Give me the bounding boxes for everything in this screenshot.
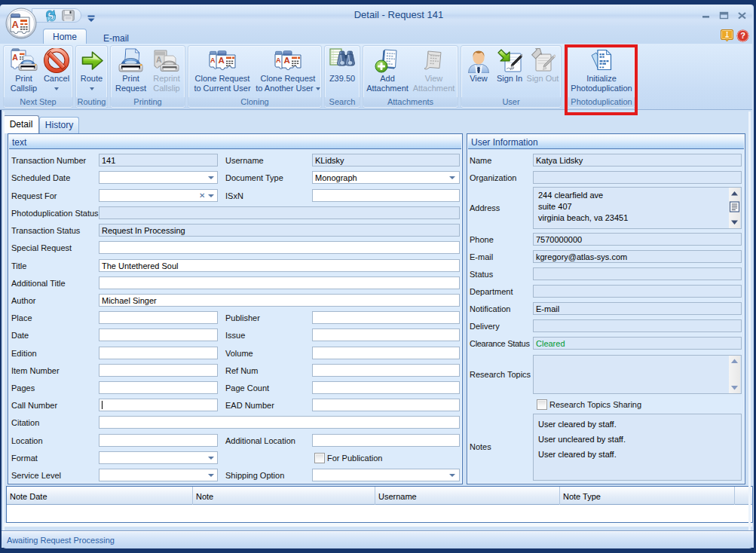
svg-text:A: A bbox=[219, 56, 225, 65]
svg-text:A: A bbox=[210, 57, 216, 64]
svg-text:A: A bbox=[284, 56, 290, 65]
svg-text:A: A bbox=[12, 19, 20, 30]
svg-text:A: A bbox=[12, 53, 18, 62]
svg-text:A: A bbox=[276, 57, 281, 64]
svg-text:A: A bbox=[156, 55, 162, 64]
svg-text:?: ? bbox=[740, 31, 745, 40]
